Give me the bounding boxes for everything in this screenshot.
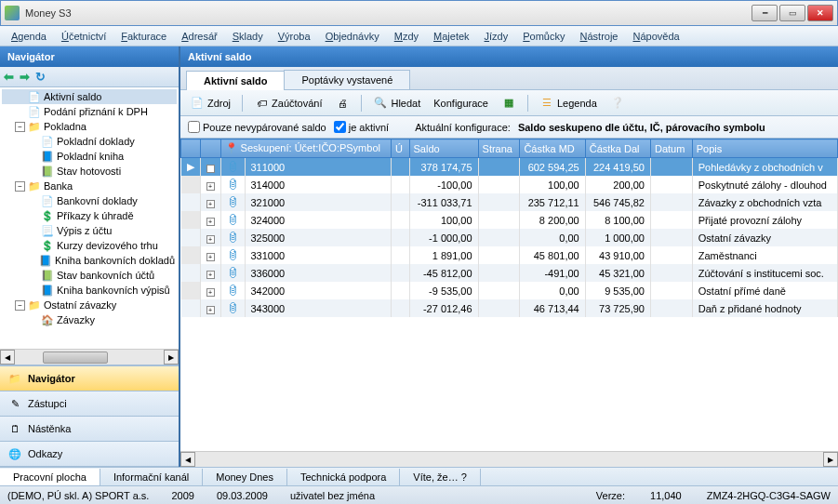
expand-icon[interactable]: − bbox=[15, 122, 25, 132]
table-row[interactable]: +🛢3310001 891,0045 801,0043 910,00Zaměst… bbox=[181, 246, 838, 264]
scroll-right-icon[interactable]: ▶ bbox=[823, 452, 838, 467]
row-header[interactable] bbox=[181, 193, 201, 211]
group-header[interactable]: 📍 Seskupení: Účet:IČO:PSymbol bbox=[220, 139, 391, 158]
refresh-icon[interactable]: ↻ bbox=[35, 70, 46, 84]
data-grid[interactable]: 📍 Seskupení: Účet:IČO:PSymbolÚSaldoStran… bbox=[180, 139, 838, 317]
zdroj-button[interactable]: 📄Zdroj bbox=[186, 94, 234, 113]
expand-cell[interactable]: + bbox=[200, 158, 220, 177]
nav-zástupci[interactable]: ✎Zástupci bbox=[0, 391, 179, 417]
close-button[interactable]: ✕ bbox=[807, 5, 833, 21]
legenda-button[interactable]: ☰Legenda bbox=[536, 94, 601, 113]
tree-item[interactable]: 📘Kniha bankovních dokladů bbox=[2, 253, 177, 268]
menu-účetnictví[interactable]: Účetnictví bbox=[54, 29, 113, 44]
tree-item[interactable]: 📃Výpis z účtu bbox=[2, 223, 177, 238]
nav-odkazy[interactable]: 🌐Odkazy bbox=[0, 442, 179, 467]
checkbox-unpaired[interactable]: Pouze nevypárované saldo bbox=[188, 121, 326, 133]
menu-nástroje[interactable]: Nástroje bbox=[573, 29, 626, 44]
row-header[interactable]: ▶ bbox=[181, 158, 201, 177]
scroll-right-icon[interactable]: ▶ bbox=[164, 350, 179, 365]
table-row[interactable]: +🛢324000100,008 200,008 100,00Přijaté pr… bbox=[181, 211, 838, 229]
tree-item[interactable]: 📄Pokladní doklady bbox=[2, 134, 177, 149]
table-row[interactable]: +🛢321000-311 033,71235 712,11546 745,82Z… bbox=[181, 193, 838, 211]
table-row[interactable]: +🛢343000-27 012,4646 713,4473 725,90Daň … bbox=[181, 299, 838, 317]
minimize-button[interactable]: ━ bbox=[752, 5, 778, 21]
col-header[interactable]: Datum bbox=[650, 139, 692, 158]
col-header[interactable]: Částka Dal bbox=[585, 139, 650, 158]
col-header[interactable]: Ú bbox=[391, 139, 409, 158]
row-header[interactable] bbox=[181, 299, 201, 317]
tree-item[interactable]: 💲Příkazy k úhradě bbox=[2, 208, 177, 223]
tree-item[interactable]: 🏠Závazky bbox=[2, 312, 177, 327]
tree-item[interactable]: −📁Pokladna bbox=[2, 119, 177, 134]
table-row[interactable]: ▶+🛢311000378 174,75602 594,25224 419,50P… bbox=[181, 158, 838, 177]
menu-mzdy[interactable]: Mzdy bbox=[387, 29, 426, 44]
expand-icon[interactable]: − bbox=[15, 181, 25, 192]
tree-item[interactable]: 💲Kurzy devizového trhu bbox=[2, 238, 177, 253]
menu-výroba[interactable]: Výroba bbox=[271, 29, 318, 44]
menu-majetek[interactable]: Majetek bbox=[426, 29, 477, 44]
table-row[interactable]: +🛢325000-1 000,000,001 000,00Ostatní záv… bbox=[181, 229, 838, 246]
excel-button[interactable]: ▦ bbox=[498, 94, 520, 113]
nav-nástěnka[interactable]: 🗒Nástěnka bbox=[0, 417, 179, 442]
bottom-tab[interactable]: Technická podpora bbox=[287, 469, 400, 485]
scroll-left-icon[interactable]: ◀ bbox=[180, 452, 195, 467]
row-header[interactable] bbox=[181, 264, 201, 282]
scroll-left-icon[interactable]: ◀ bbox=[0, 350, 15, 365]
tree-item[interactable]: 📗Stav bankovních účtů bbox=[2, 268, 177, 283]
tree-item[interactable]: 📗Stav hotovosti bbox=[2, 164, 177, 179]
menu-jízdy[interactable]: Jízdy bbox=[477, 29, 516, 44]
menu-agenda[interactable]: Agenda bbox=[4, 29, 54, 44]
checkbox-active[interactable]: je aktivní bbox=[334, 121, 389, 133]
tree-item[interactable]: 📘Kniha bankovních výpisů bbox=[2, 283, 177, 298]
expand-cell[interactable]: + bbox=[200, 176, 220, 193]
tree-item[interactable]: −📁Banka bbox=[2, 179, 177, 193]
col-header[interactable]: Strana bbox=[478, 139, 520, 158]
row-header[interactable] bbox=[181, 176, 201, 193]
tree-item[interactable]: 📘Pokladní kniha bbox=[2, 149, 177, 164]
bottom-tab[interactable]: Money Dnes bbox=[203, 469, 287, 485]
expand-cell[interactable]: + bbox=[200, 229, 220, 246]
help-button[interactable]: ❔ bbox=[606, 94, 629, 113]
table-row[interactable]: +🛢342000-9 535,000,009 535,00Ostatní pří… bbox=[181, 282, 838, 299]
expand-cell[interactable]: + bbox=[200, 246, 220, 264]
sidebar-hscrollbar[interactable]: ◀ ▶ bbox=[0, 349, 179, 365]
tab[interactable]: Aktivní saldo bbox=[186, 71, 285, 90]
expand-cell[interactable]: + bbox=[200, 211, 220, 229]
back-icon[interactable]: ⬅ bbox=[4, 70, 14, 84]
expand-cell[interactable]: + bbox=[200, 299, 220, 317]
row-header[interactable] bbox=[181, 246, 201, 264]
content-hscrollbar[interactable]: ◀ ▶ bbox=[180, 451, 838, 467]
row-header[interactable] bbox=[181, 229, 201, 246]
menu-objednávky[interactable]: Objednávky bbox=[318, 29, 387, 44]
checkbox-unpaired-input[interactable] bbox=[188, 121, 200, 133]
col-header[interactable]: Částka MD bbox=[520, 139, 585, 158]
navigator-tree[interactable]: 📄Aktivní saldo📄Podání přiznání k DPH−📁Po… bbox=[0, 87, 179, 349]
row-header[interactable] bbox=[181, 211, 201, 229]
menu-sklady[interactable]: Sklady bbox=[225, 29, 271, 44]
tree-item[interactable]: 📄Bankovní doklady bbox=[2, 193, 177, 208]
menu-pomůcky[interactable]: Pomůcky bbox=[515, 29, 572, 44]
expand-cell[interactable]: + bbox=[200, 264, 220, 282]
menu-nápověda[interactable]: Nápověda bbox=[625, 29, 686, 44]
checkbox-active-input[interactable] bbox=[334, 121, 346, 133]
hledat-button[interactable]: 🔍Hledat bbox=[369, 94, 424, 113]
tab[interactable]: Poptávky vystavené bbox=[284, 70, 410, 89]
print-button[interactable]: 🖨 bbox=[331, 94, 353, 113]
table-row[interactable]: +🛢336000-45 812,00-491,0045 321,00Zúčtov… bbox=[181, 264, 838, 282]
bottom-tab[interactable]: Pracovní plocha bbox=[0, 469, 100, 485]
bottom-tab[interactable]: Víte, že… ? bbox=[400, 469, 480, 485]
tree-item[interactable]: 📄Podání přiznání k DPH bbox=[2, 104, 177, 119]
col-header[interactable]: Saldo bbox=[409, 139, 478, 158]
bottom-tab[interactable]: Informační kanál bbox=[100, 469, 203, 485]
menu-fakturace[interactable]: Fakturace bbox=[113, 29, 174, 44]
grid-wrap[interactable]: 📍 Seskupení: Účet:IČO:PSymbolÚSaldoStran… bbox=[180, 139, 838, 451]
nav-navigátor[interactable]: 📁Navigátor bbox=[0, 366, 179, 391]
maximize-button[interactable]: ▭ bbox=[779, 5, 805, 21]
menu-adresář[interactable]: Adresář bbox=[174, 29, 225, 44]
table-row[interactable]: +🛢314000-100,00100,00200,00Poskytnuté zá… bbox=[181, 176, 838, 193]
zauctovani-button[interactable]: 🏷Zaúčtování bbox=[250, 94, 326, 113]
row-header[interactable] bbox=[181, 282, 201, 299]
col-header[interactable]: Popis bbox=[692, 139, 837, 158]
forward-icon[interactable]: ➡ bbox=[20, 70, 30, 84]
tree-item[interactable]: 📄Aktivní saldo bbox=[2, 89, 177, 104]
